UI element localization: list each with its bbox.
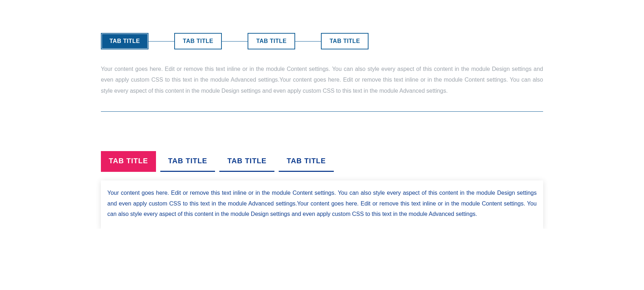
tab-connector [295, 41, 321, 42]
tab-underline-4[interactable]: TAB TITLE [279, 151, 334, 172]
tab-boxed-3[interactable]: TAB TITLE [248, 33, 295, 49]
tab-boxed-1[interactable]: TAB TITLE [101, 33, 148, 49]
tab-connector [222, 41, 248, 42]
tab-underline-3[interactable]: TAB TITLE [219, 151, 274, 172]
tabs-underline: TAB TITLE TAB TITLE TAB TITLE TAB TITLE [101, 151, 543, 172]
tab-underline-2[interactable]: TAB TITLE [160, 151, 215, 172]
tab-boxed-2[interactable]: TAB TITLE [174, 33, 222, 49]
tab-connector [148, 41, 174, 42]
tab-underline-1[interactable]: TAB TITLE [101, 151, 156, 172]
section-divider [101, 111, 543, 112]
tabs-boxed: TAB TITLE TAB TITLE TAB TITLE TAB TITLE [101, 33, 543, 49]
tab-content-grey: Your content goes here. Edit or remove t… [101, 64, 543, 96]
tab-content-blue: Your content goes here. Edit or remove t… [101, 180, 543, 229]
tab-boxed-4[interactable]: TAB TITLE [321, 33, 369, 49]
